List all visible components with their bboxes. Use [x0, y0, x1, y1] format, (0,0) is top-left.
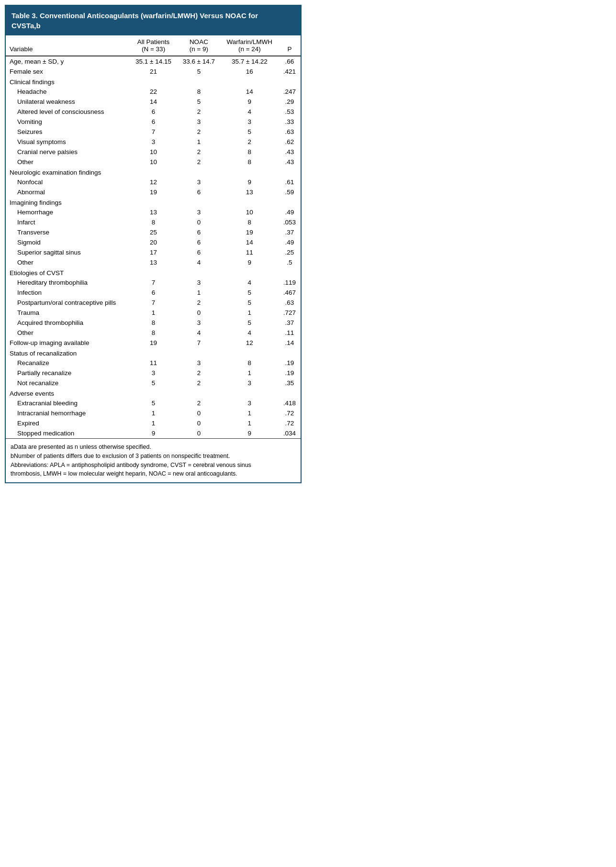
noac-cell: 3: [177, 358, 221, 368]
table-row: Other1028.43: [6, 157, 301, 167]
p-value-cell: .61: [279, 177, 301, 187]
noac-cell: 0: [177, 217, 221, 227]
table-row: Other1349.5: [6, 257, 301, 267]
p-value-cell: .14: [279, 338, 301, 348]
warfarin-cell: 1: [221, 408, 279, 418]
noac-cell: 3: [177, 278, 221, 288]
all-patients-cell: 12: [130, 177, 177, 187]
warfarin-cell: 35.7 ± 14.22: [221, 56, 279, 67]
noac-cell: 2: [177, 368, 221, 378]
variable-cell: Postpartum/oral contraceptive pills: [6, 298, 130, 308]
variable-cell: Nonfocal: [6, 177, 130, 187]
p-value-cell: .72: [279, 418, 301, 428]
variable-cell: Female sex: [6, 67, 130, 77]
footnotes: aData are presented as n unless otherwis…: [6, 438, 301, 482]
table-row: Transverse25619.37: [6, 227, 301, 237]
p-value-cell: .63: [279, 127, 301, 137]
noac-cell: 7: [177, 338, 221, 348]
p-value-cell: .11: [279, 328, 301, 338]
table-row: Recanalize1138.19: [6, 358, 301, 368]
table-row: Seizures725.63: [6, 127, 301, 137]
table-row: Extracranial bleeding523.418: [6, 398, 301, 408]
all-patients-cell: 1: [130, 418, 177, 428]
noac-cell: 3: [177, 207, 221, 217]
table-row: Nonfocal1239.61: [6, 177, 301, 187]
all-patients-cell: 8: [130, 328, 177, 338]
variable-cell: Acquired thrombophilia: [6, 318, 130, 328]
all-patients-cell: 3: [130, 137, 177, 147]
all-patients-cell: 6: [130, 288, 177, 298]
p-value-cell: .421: [279, 67, 301, 77]
section-header-cell: Adverse events: [6, 388, 301, 398]
noac-cell: 3: [177, 117, 221, 127]
warfarin-cell: 13: [221, 187, 279, 197]
table-row: Cranial nerve palsies1028.43: [6, 147, 301, 157]
warfarin-cell: 19: [221, 227, 279, 237]
p-value-cell: .5: [279, 257, 301, 267]
table-row: Partially recanalize321.19: [6, 368, 301, 378]
warfarin-cell: 9: [221, 257, 279, 267]
table-row: Superior sagittal sinus17611.25: [6, 247, 301, 257]
p-value-cell: .63: [279, 298, 301, 308]
col-p: P: [279, 35, 301, 56]
col-noac: NOAC (n = 9): [177, 35, 221, 56]
variable-cell: Not recanalize: [6, 378, 130, 388]
all-patients-cell: 7: [130, 298, 177, 308]
table-row: Etiologies of CVST: [6, 267, 301, 278]
table-row: Altered level of consciousness624.53: [6, 107, 301, 117]
all-patients-cell: 10: [130, 147, 177, 157]
title-line1: Table 3. Conventional Anticoagulants (wa…: [11, 11, 258, 20]
title-line2: CVSTa,b: [11, 22, 41, 30]
variable-cell: Infarct: [6, 217, 130, 227]
variable-cell: Other: [6, 328, 130, 338]
p-value-cell: .19: [279, 358, 301, 368]
all-patients-cell: 19: [130, 338, 177, 348]
all-patients-cell: 13: [130, 207, 177, 217]
table-row: Follow-up imaging available19712.14: [6, 338, 301, 348]
noac-cell: 3: [177, 177, 221, 187]
variable-cell: Follow-up imaging available: [6, 338, 130, 348]
all-patients-cell: 5: [130, 398, 177, 408]
warfarin-cell: 8: [221, 358, 279, 368]
variable-cell: Stopped medication: [6, 428, 130, 438]
table-row: Hereditary thrombophilia734.119: [6, 278, 301, 288]
all-patients-cell: 11: [130, 358, 177, 368]
warfarin-cell: 8: [221, 147, 279, 157]
noac-cell: 6: [177, 247, 221, 257]
all-patients-cell: 19: [130, 187, 177, 197]
all-patients-cell: 1: [130, 408, 177, 418]
section-header-cell: Clinical findings: [6, 77, 301, 87]
variable-cell: Headache: [6, 87, 130, 97]
variable-cell: Vomiting: [6, 117, 130, 127]
p-value-cell: .25: [279, 247, 301, 257]
section-header-cell: Imagining findings: [6, 197, 301, 207]
variable-cell: Seizures: [6, 127, 130, 137]
table-row: Sigmoid20614.49: [6, 237, 301, 247]
p-value-cell: .35: [279, 378, 301, 388]
variable-cell: Hereditary thrombophilia: [6, 278, 130, 288]
p-value-cell: .72: [279, 408, 301, 418]
p-value-cell: .19: [279, 368, 301, 378]
noac-cell: 2: [177, 157, 221, 167]
all-patients-cell: 6: [130, 117, 177, 127]
warfarin-cell: 10: [221, 207, 279, 217]
warfarin-cell: 16: [221, 67, 279, 77]
table-row: Age, mean ± SD, y35.1 ± 14.1533.6 ± 14.7…: [6, 56, 301, 67]
warfarin-cell: 12: [221, 338, 279, 348]
section-header-cell: Status of recanalization: [6, 348, 301, 358]
all-patients-cell: 6: [130, 107, 177, 117]
all-patients-cell: 3: [130, 368, 177, 378]
warfarin-cell: 1: [221, 418, 279, 428]
warfarin-cell: 14: [221, 237, 279, 247]
variable-cell: Unilateral weakness: [6, 97, 130, 107]
p-value-cell: .49: [279, 207, 301, 217]
noac-cell: 0: [177, 308, 221, 318]
noac-cell: 2: [177, 398, 221, 408]
p-value-cell: .62: [279, 137, 301, 147]
noac-cell: 4: [177, 257, 221, 267]
table-row: Hemorrhage13310.49: [6, 207, 301, 217]
variable-cell: Recanalize: [6, 358, 130, 368]
p-value-cell: .247: [279, 87, 301, 97]
variable-cell: Trauma: [6, 308, 130, 318]
table-row: Vomiting633.33: [6, 117, 301, 127]
